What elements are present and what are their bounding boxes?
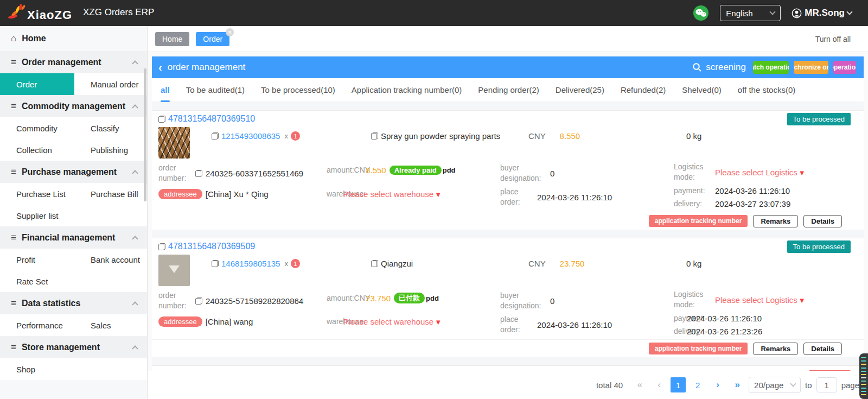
sidebar-section-financial-management[interactable]: ≡ Financial management [0, 226, 147, 249]
remarks-button[interactable]: Remarks [753, 343, 798, 355]
sku-link[interactable]: 1215493008635 [221, 131, 280, 141]
copy-icon[interactable] [158, 116, 165, 123]
logo[interactable]: XiaoZG [0, 3, 72, 23]
logistics-select[interactable]: Please select Logistics▼ [715, 295, 806, 305]
place-order-label: place order: [500, 187, 534, 207]
warehouse-select[interactable]: Please select warehouse▼ [343, 189, 442, 199]
filter-off-the-stocks[interactable]: off the stocks(0) [738, 85, 795, 94]
sidebar-section-order-management[interactable]: ≡ Order management [0, 51, 147, 73]
first-page-button[interactable]: « [631, 377, 647, 392]
chevron-up-icon [132, 236, 138, 242]
filter-delivered[interactable]: Delivered(25) [556, 85, 604, 94]
sidebar-item-profit[interactable]: Profit [0, 249, 74, 270]
floating-widget[interactable] [859, 353, 868, 399]
delivery-value: 2024-03-27 23:07:39 [715, 199, 790, 208]
filter-all[interactable]: all [161, 85, 170, 94]
order-id-link[interactable]: 478131564870369510 [168, 114, 255, 124]
copy-icon[interactable] [158, 243, 165, 250]
sidebar-item-performance[interactable]: Performance [0, 314, 74, 336]
sidebar-item-manual-order[interactable]: Manual order [74, 73, 147, 95]
filter-to-be-audited[interactable]: To be audited(1) [186, 85, 245, 94]
copy-icon[interactable] [212, 132, 219, 140]
sidebar-item-supplier-list[interactable]: Supplier list [0, 205, 74, 226]
remarks-button[interactable]: Remarks [753, 215, 798, 227]
sku-link[interactable]: 1468159805135 [221, 259, 280, 268]
menu-icon: ≡ [11, 298, 16, 309]
logistics-mode-label: Logistics mode: [674, 289, 712, 310]
user-menu[interactable]: MR.Song [792, 8, 852, 18]
sidebar-item-order[interactable]: Order [0, 73, 74, 95]
batch-operation-button[interactable]: batch operation [753, 61, 789, 74]
next-page-button[interactable]: › [710, 377, 725, 392]
operation-button[interactable]: operation [833, 61, 856, 74]
sidebar-item-shop[interactable]: Shop [0, 358, 74, 380]
order-number-label: order number: [158, 163, 192, 183]
sidebar-section-purchase-management[interactable]: ≡ Purchase management [0, 161, 147, 183]
sidebar-item-rate-set[interactable]: Rate Set [0, 270, 74, 292]
chevron-up-icon [132, 104, 138, 110]
language-select[interactable]: English [720, 5, 781, 21]
filter-to-be-processed[interactable]: To be processed(10) [261, 85, 335, 94]
sidebar-home-label: Home [22, 34, 46, 43]
product-thumbnail[interactable] [158, 127, 190, 159]
copy-icon[interactable] [371, 132, 378, 140]
menu-icon: ≡ [11, 167, 16, 178]
sidebar-item-bank-account[interactable]: Bank account [74, 249, 147, 270]
back-icon[interactable]: ‹ [158, 61, 162, 74]
paid-badge: 已付款 [394, 293, 425, 303]
sidebar-section-store-management[interactable]: ≡ Store management [0, 336, 147, 358]
menu-icon: ≡ [11, 57, 16, 68]
sidebar-scrollbar[interactable] [144, 68, 146, 201]
empty-cell [74, 358, 147, 380]
sidebar-item-purchase-list[interactable]: Purchase List [0, 183, 74, 205]
turn-off-all-button[interactable]: Turn off all [815, 35, 860, 43]
application-tracking-number-button[interactable]: application tracking number [649, 343, 748, 354]
close-icon[interactable]: ✕ [226, 28, 234, 36]
last-page-button[interactable]: » [729, 377, 744, 392]
tab-order[interactable]: Order ✕ [196, 32, 229, 46]
filter-refunded[interactable]: Refunded(2) [621, 85, 666, 94]
page-2-button[interactable]: 2 [690, 377, 705, 392]
weight-value: 0 kg [686, 259, 701, 268]
details-button[interactable]: Details [803, 215, 842, 227]
filter-application-tracking-number[interactable]: Application tracking number(0) [352, 85, 462, 94]
application-tracking-number-button[interactable]: application tracking number [649, 215, 748, 227]
copy-icon[interactable] [371, 260, 378, 267]
per-page-select[interactable]: 20/page [749, 377, 801, 393]
tab-order-label: Order [203, 35, 222, 43]
logistics-select[interactable]: Please select Logistics▼ [715, 168, 806, 177]
product-thumbnail[interactable] [158, 255, 190, 286]
sidebar-section-commodity-management[interactable]: ≡ Commodity management [0, 95, 147, 117]
copy-icon[interactable] [212, 260, 219, 267]
page-jump-input[interactable] [816, 377, 837, 392]
sidebar-item-classify[interactable]: Classify [74, 117, 147, 139]
synchronize-order-button[interactable]: synchronize order [794, 61, 828, 74]
tab-home[interactable]: Home [155, 32, 189, 46]
sidebar-item-collection[interactable]: Collection [0, 139, 74, 161]
screening-button[interactable]: screening [692, 62, 746, 73]
goto-label: to [805, 381, 812, 390]
order-id-link[interactable]: 478131564870369509 [168, 242, 255, 251]
platform-label: pdd [426, 294, 439, 302]
buyer-designation-label: buyer designation: [500, 290, 547, 311]
payment-value: 2024-03-26 11:26:10 [715, 186, 790, 195]
copy-icon[interactable] [195, 170, 202, 177]
wechat-icon[interactable] [693, 5, 709, 21]
page-1-button[interactable]: 1 [671, 377, 686, 392]
order-number-value: 240325-571589282820864 [206, 296, 303, 306]
details-button[interactable]: Details [803, 343, 842, 355]
sidebar-item-home[interactable]: ⌂ Home [0, 26, 147, 51]
sidebar-item-sales[interactable]: Sales [74, 314, 147, 336]
sidebar-item-publishing[interactable]: Publishing [74, 139, 147, 161]
chevron-up-icon [132, 301, 138, 307]
order-number-label: order number: [158, 290, 192, 311]
sidebar-item-purchase-bill[interactable]: Purchase Bill [74, 183, 147, 205]
prev-page-button[interactable]: ‹ [651, 377, 666, 392]
product-name: Spray gun powder spraying parts [381, 131, 500, 141]
filter-pending-order[interactable]: Pending order(2) [478, 85, 539, 94]
sidebar-item-commodity[interactable]: Commodity [0, 117, 74, 139]
filter-shelved[interactable]: Shelved(0) [682, 85, 722, 94]
warehouse-select[interactable]: Please select warehouse▼ [343, 317, 442, 326]
copy-icon[interactable] [195, 297, 202, 305]
sidebar-section-data-statistics[interactable]: ≡ Data statistics [0, 292, 147, 314]
